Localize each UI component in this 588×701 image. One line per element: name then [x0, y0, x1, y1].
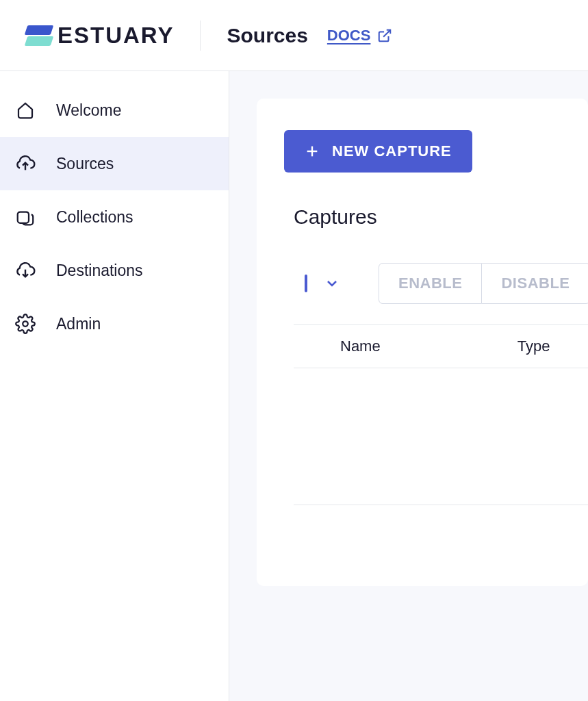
- sidebar-item-label: Welcome: [56, 101, 121, 120]
- section-title: Captures: [294, 205, 588, 229]
- logo-mark-icon: [26, 23, 52, 49]
- plus-icon: [305, 144, 320, 159]
- enable-disable-group: ENABLE DISABLE: [379, 263, 588, 304]
- sidebar-item-admin[interactable]: Admin: [0, 297, 229, 350]
- page-title: Sources: [227, 24, 307, 47]
- gear-icon: [14, 312, 37, 335]
- cloud-up-icon: [14, 152, 37, 175]
- sidebar-nav: Welcome Sources: [0, 71, 229, 701]
- docs-link[interactable]: DOCS: [327, 27, 393, 44]
- external-link-icon: [377, 28, 392, 43]
- column-name: Name: [340, 337, 381, 355]
- home-icon: [14, 99, 37, 122]
- docs-link-label: DOCS: [327, 27, 371, 44]
- sidebar-item-welcome[interactable]: Welcome: [0, 84, 229, 137]
- header-divider: [200, 21, 201, 51]
- disable-button[interactable]: DISABLE: [482, 263, 588, 304]
- chevron-down-icon: [324, 275, 340, 292]
- sidebar-item-label: Admin: [56, 315, 101, 333]
- svg-rect-1: [18, 212, 29, 223]
- captures-card: NEW CAPTURE Captures ENABLE DISABLE: [257, 99, 588, 586]
- new-capture-button[interactable]: NEW CAPTURE: [284, 130, 472, 173]
- app-header: ESTUARY Sources DOCS: [0, 0, 588, 71]
- select-menu-button[interactable]: [324, 273, 340, 294]
- new-capture-label: NEW CAPTURE: [332, 142, 452, 160]
- table-body: [294, 368, 588, 505]
- collections-icon: [14, 205, 37, 229]
- sidebar-item-collections[interactable]: Collections: [0, 190, 229, 244]
- cloud-down-icon: [14, 259, 37, 282]
- sidebar-item-label: Sources: [56, 155, 114, 173]
- brand-logo[interactable]: ESTUARY: [26, 23, 174, 49]
- select-all-checkbox[interactable]: [305, 275, 307, 292]
- sidebar-item-label: Collections: [56, 208, 133, 227]
- column-type: Type: [517, 337, 550, 355]
- sidebar-item-sources[interactable]: Sources: [0, 137, 229, 190]
- table-header: Name Type: [294, 324, 588, 368]
- captures-toolbar: ENABLE DISABLE: [305, 263, 588, 304]
- sidebar-item-destinations[interactable]: Destinations: [0, 244, 229, 297]
- main-content: NEW CAPTURE Captures ENABLE DISABLE: [229, 71, 588, 701]
- enable-button[interactable]: ENABLE: [379, 263, 482, 304]
- captures-table: Name Type: [294, 324, 588, 505]
- svg-line-0: [384, 29, 391, 36]
- sidebar-item-label: Destinations: [56, 262, 143, 280]
- brand-name: ESTUARY: [57, 23, 174, 49]
- svg-point-2: [23, 321, 28, 327]
